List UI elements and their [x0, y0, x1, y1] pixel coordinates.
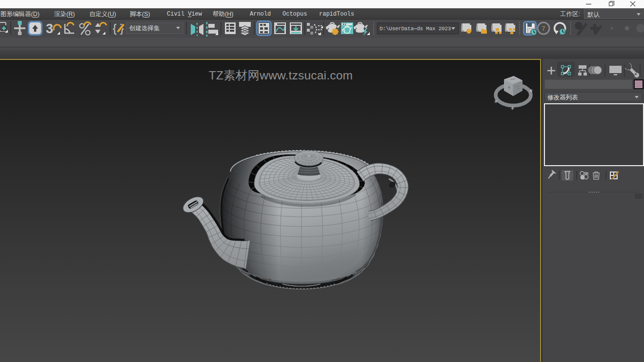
svg-text:创建选择集: 创建选择集	[129, 25, 160, 32]
svg-text:{: {	[113, 21, 117, 35]
svg-text:D:\UserData⋯ds Max 2023: D:\UserData⋯ds Max 2023	[380, 26, 451, 32]
svg-text:7: 7	[542, 25, 545, 32]
svg-text:3: 3	[46, 21, 53, 36]
